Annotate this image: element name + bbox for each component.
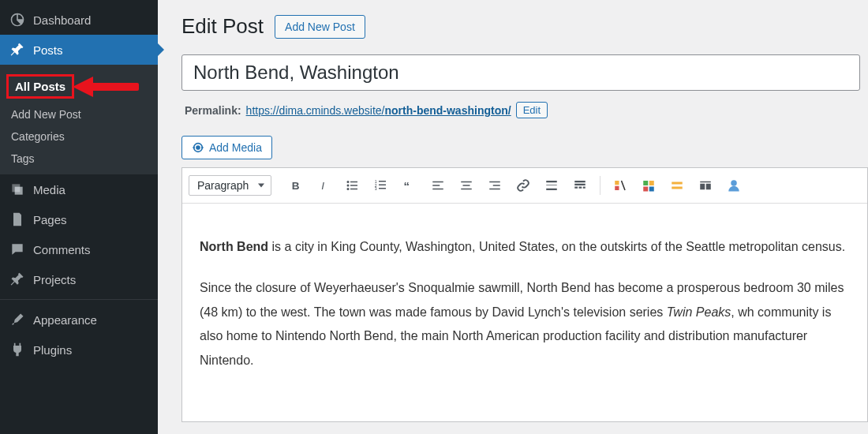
permalink-row: Permalink: https://dima.cminds.website/n… [185, 102, 868, 118]
sidebar-sub-tags[interactable]: Tags [0, 148, 158, 170]
sidebar-sub-add-new[interactable]: Add New Post [0, 103, 158, 125]
sidebar-sub-all-posts[interactable]: All Posts [0, 69, 158, 103]
bullet-list-button[interactable] [339, 173, 366, 198]
page-icon [9, 211, 25, 227]
svg-text:3: 3 [375, 186, 377, 191]
main-content: Edit Post Add New Post Permalink: https:… [158, 0, 868, 434]
table-button[interactable] [635, 173, 662, 198]
svg-rect-38 [644, 181, 649, 185]
italic-button[interactable]: I [311, 173, 338, 198]
sidebar-label: Dashboard [33, 13, 91, 27]
svg-rect-28 [547, 181, 558, 182]
align-center-button[interactable] [453, 173, 480, 198]
annotation-arrow-icon [73, 75, 144, 99]
svg-point-47 [731, 180, 738, 186]
svg-rect-32 [575, 184, 586, 185]
svg-rect-39 [649, 181, 654, 185]
svg-rect-27 [490, 189, 501, 190]
svg-rect-24 [462, 189, 473, 190]
sidebar-posts-submenu: All Posts Add New Post Categories Tags [0, 65, 158, 174]
permalink-link[interactable]: https://dima.cminds.website/north-bend-w… [246, 104, 511, 117]
paragraph: Since the closure of Weyerhaeuser's Snoq… [200, 276, 850, 372]
page-header: Edit Post Add New Post [181, 14, 868, 39]
page-title: Edit Post [181, 14, 264, 39]
media-icon [9, 181, 25, 197]
svg-rect-36 [615, 181, 619, 185]
editor-box: Paragraph B I 123 “ North Bend is a city… [181, 167, 868, 422]
post-title-input[interactable] [181, 54, 860, 91]
sidebar-item-posts[interactable]: Posts [0, 35, 158, 65]
sidebar-item-dashboard[interactable]: Dashboard [0, 5, 158, 35]
svg-rect-23 [463, 185, 470, 186]
paragraph: North Bend is a city in King County, Was… [200, 235, 850, 259]
svg-rect-0 [90, 83, 139, 91]
svg-rect-40 [644, 187, 649, 192]
svg-rect-34 [579, 187, 582, 189]
sidebar-item-media[interactable]: Media [0, 174, 158, 204]
svg-text:I: I [322, 180, 325, 192]
sidebar-item-pages[interactable]: Pages [0, 204, 158, 234]
link-button[interactable] [510, 173, 537, 198]
admin-sidebar: Dashboard Posts All Posts Add New Post C… [0, 0, 158, 434]
sidebar-label: Appearance [33, 313, 97, 327]
user-button[interactable] [720, 173, 747, 198]
pin-icon [9, 42, 25, 58]
sidebar-item-projects[interactable]: Projects [0, 264, 158, 294]
plug-icon [9, 342, 25, 357]
svg-marker-1 [73, 77, 93, 97]
svg-rect-7 [350, 181, 357, 183]
sidebar-label: Posts [33, 43, 63, 57]
svg-rect-30 [547, 189, 558, 190]
sidebar-item-plugins[interactable]: Plugins [0, 335, 158, 365]
media-icon [192, 141, 204, 154]
format-select[interactable]: Paragraph [189, 175, 271, 196]
sidebar-label: Comments [33, 243, 91, 256]
sidebar-item-comments[interactable]: Comments [0, 234, 158, 264]
svg-rect-15 [379, 185, 386, 186]
sidebar-label: Pages [33, 213, 67, 226]
sidebar-separator [0, 299, 158, 300]
bold-button[interactable]: B [282, 173, 309, 198]
comment-icon [9, 241, 25, 257]
svg-rect-41 [649, 187, 654, 192]
svg-text:B: B [292, 180, 300, 192]
svg-rect-33 [575, 187, 578, 189]
svg-rect-26 [493, 185, 500, 186]
number-list-button[interactable]: 123 [368, 173, 395, 198]
add-media-button[interactable]: Add Media [181, 136, 272, 159]
svg-rect-22 [462, 181, 473, 183]
svg-text:“: “ [404, 179, 410, 193]
brush-icon [9, 312, 25, 327]
svg-rect-31 [575, 181, 586, 182]
readmore-button[interactable] [538, 173, 565, 198]
align-right-button[interactable] [481, 173, 508, 198]
svg-rect-29 [547, 185, 558, 185]
sidebar-sub-categories[interactable]: Categories [0, 125, 158, 148]
svg-rect-43 [672, 187, 683, 189]
svg-rect-25 [490, 181, 501, 183]
svg-rect-9 [350, 185, 357, 186]
add-new-post-button[interactable]: Add New Post [275, 15, 365, 39]
quote-button[interactable]: “ [396, 173, 423, 198]
editor-body[interactable]: North Bend is a city in King County, Was… [182, 204, 867, 421]
svg-rect-21 [433, 189, 444, 190]
sidebar-label: Projects [33, 273, 76, 286]
columns-button[interactable] [692, 173, 719, 198]
svg-rect-13 [379, 181, 386, 182]
shortcode-button[interactable] [607, 173, 634, 198]
svg-rect-19 [433, 181, 444, 183]
align-left-button[interactable] [425, 173, 451, 198]
svg-rect-17 [379, 188, 386, 189]
dashboard-icon [9, 12, 25, 28]
svg-rect-46 [706, 184, 711, 190]
sidebar-item-appearance[interactable]: Appearance [0, 305, 158, 335]
edit-permalink-button[interactable]: Edit [516, 102, 548, 118]
sidebar-label: Media [33, 183, 65, 196]
toolbar-toggle-button[interactable] [567, 173, 593, 198]
toolbar-separator [600, 176, 600, 195]
svg-rect-20 [433, 185, 440, 186]
svg-rect-11 [350, 189, 357, 190]
editor-toolbar: Paragraph B I 123 “ [182, 168, 867, 204]
highlight-box: All Posts [6, 74, 74, 99]
divider-button[interactable] [664, 173, 690, 198]
